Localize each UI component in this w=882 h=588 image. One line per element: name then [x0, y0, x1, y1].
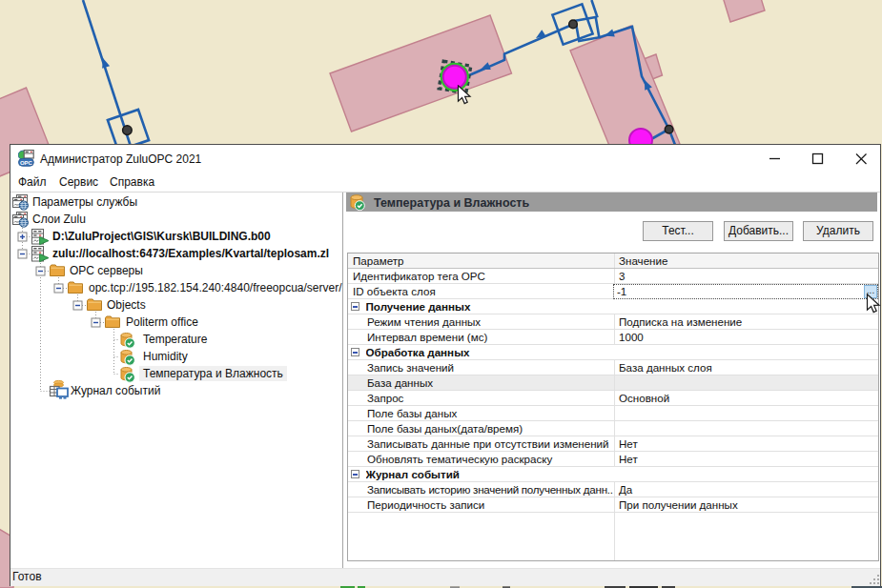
svg-text:OPC: OPC: [20, 160, 33, 166]
